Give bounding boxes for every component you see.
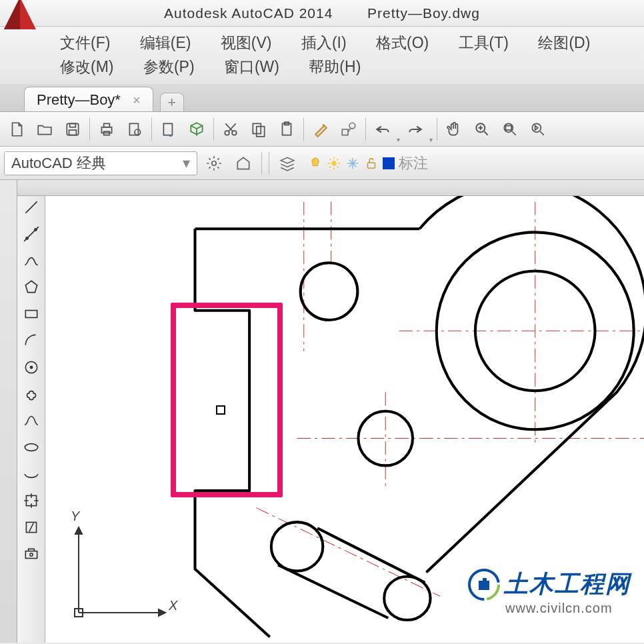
layer-dropdown[interactable]: 标注 [304, 151, 428, 175]
ellipse-arc-tool-icon[interactable] [20, 463, 43, 485]
new-icon[interactable] [4, 117, 29, 142]
menu-view[interactable]: 视图(V) [221, 31, 272, 55]
make-block-tool-icon[interactable] [20, 516, 43, 539]
menu-edit[interactable]: 编辑(E) [140, 31, 191, 55]
menu-bar: 文件(F) 编辑(E) 视图(V) 插入(I) 格式(O) 工具(T) 绘图(D… [0, 27, 644, 84]
svg-point-29 [25, 444, 38, 451]
tab-add-button[interactable]: + [160, 93, 184, 111]
watermark: 土木工程网 www.civilcn.com [468, 568, 631, 616]
svg-point-7 [135, 129, 141, 135]
undo-dropdown-icon[interactable]: ▾ [397, 136, 400, 146]
arc-tool-icon[interactable] [20, 329, 43, 352]
drawing-area: Y X 土木工程网 www.civilcn.com [0, 180, 644, 643]
line-tool-icon[interactable] [20, 196, 43, 219]
workspace-dropdown[interactable]: AutoCAD 经典 [4, 151, 197, 175]
layer-current-name: 标注 [399, 153, 428, 173]
cursor-pickbox [216, 405, 225, 415]
menu-window[interactable]: 窗口(W) [224, 55, 279, 79]
ellipse-tool-icon[interactable] [20, 436, 43, 459]
watermark-logo-icon [468, 569, 500, 601]
workspace-settings-icon[interactable] [201, 151, 227, 176]
menu-help[interactable]: 帮助(H) [309, 55, 361, 79]
menu-parametric[interactable]: 参数(P) [143, 55, 195, 79]
menu-row-2: 修改(M) 参数(P) 窗口(W) 帮助(H) [60, 55, 644, 79]
zoom-realtime-icon[interactable] [469, 117, 495, 142]
print-icon[interactable] [94, 117, 119, 142]
svg-point-22 [331, 161, 336, 165]
svg-rect-1 [70, 123, 76, 127]
undo-icon[interactable] [370, 117, 395, 142]
zoom-window-icon[interactable] [497, 117, 523, 142]
workspace-my-icon[interactable] [231, 151, 256, 176]
standard-toolbar: ▾ ▾ [0, 112, 644, 147]
layer-properties-icon[interactable] [275, 151, 300, 176]
svg-rect-19 [506, 125, 512, 130]
svg-point-28 [30, 366, 32, 368]
document-tab-active[interactable]: Pretty—Boy* × [24, 87, 153, 111]
menu-modify[interactable]: 修改(M) [60, 55, 113, 79]
redo-icon[interactable] [403, 117, 428, 142]
svg-rect-8 [163, 123, 172, 135]
app-logo [0, 0, 40, 27]
watermark-title: 土木工程网 [504, 568, 631, 601]
point-tool-icon[interactable] [20, 543, 43, 565]
pan-icon[interactable] [441, 117, 467, 142]
freeze-icon [345, 156, 360, 171]
3d-dwf-icon[interactable] [184, 117, 209, 142]
circle-tool-icon[interactable] [20, 356, 43, 379]
svg-rect-26 [25, 311, 37, 318]
match-properties-icon[interactable] [308, 117, 333, 142]
watermark-url: www.civilcn.com [468, 601, 631, 616]
menu-draw[interactable]: 绘图(D) [538, 31, 590, 55]
menu-row-1: 文件(F) 编辑(E) 视图(V) 插入(I) 格式(O) 工具(T) 绘图(D… [60, 31, 644, 55]
revcloud-tool-icon[interactable] [20, 383, 43, 405]
rectangle-tool-icon[interactable] [20, 303, 43, 325]
ruler-horizontal [17, 180, 644, 196]
workspace-selected: AutoCAD 经典 [11, 153, 106, 173]
svg-point-20 [532, 123, 541, 132]
cut-icon[interactable] [218, 117, 243, 142]
copy-icon[interactable] [246, 117, 271, 142]
lock-open-icon [364, 156, 379, 171]
title-bar: Autodesk AutoCAD 2014 Pretty—Boy.dwg [0, 0, 644, 27]
ucs-x-label: X [169, 598, 177, 613]
svg-point-43 [301, 263, 358, 320]
svg-point-45 [271, 522, 323, 571]
spline-tool-icon[interactable] [20, 409, 43, 432]
menu-format[interactable]: 格式(O) [376, 31, 429, 55]
file-name: Pretty—Boy.dwg [367, 5, 480, 21]
redo-dropdown-icon[interactable]: ▾ [429, 136, 433, 146]
menu-insert[interactable]: 插入(I) [301, 31, 347, 55]
open-icon[interactable] [32, 117, 57, 142]
svg-rect-4 [104, 123, 110, 127]
insert-block-tool-icon[interactable] [20, 489, 43, 512]
svg-line-40 [256, 508, 440, 597]
app-name: Autodesk AutoCAD 2014 [164, 5, 333, 21]
selection-highlight-box [171, 303, 283, 497]
svg-rect-15 [342, 129, 348, 135]
bulb-on-icon [308, 156, 323, 171]
svg-marker-51 [75, 527, 82, 534]
publish-icon[interactable] [156, 117, 181, 142]
svg-rect-2 [69, 130, 77, 135]
window-title: Autodesk AutoCAD 2014 Pretty—Boy.dwg [40, 5, 644, 21]
svg-rect-32 [25, 551, 37, 559]
workspace-layer-toolbar: AutoCAD 经典 标注 [0, 147, 644, 180]
zoom-previous-icon[interactable] [525, 117, 551, 142]
layer-color-swatch [383, 157, 395, 169]
tab-close-icon[interactable]: × [133, 93, 141, 108]
menu-file[interactable]: 文件(F) [60, 31, 110, 55]
save-icon[interactable] [60, 117, 85, 142]
xline-tool-icon[interactable] [20, 223, 43, 245]
polygon-tool-icon[interactable] [20, 276, 43, 299]
tab-strip: Pretty—Boy* × + [0, 84, 644, 112]
menu-tools[interactable]: 工具(T) [459, 31, 509, 55]
print-preview-icon[interactable] [122, 117, 147, 142]
model-space[interactable]: Y X 土木工程网 www.civilcn.com [45, 196, 644, 643]
svg-marker-50 [159, 609, 165, 616]
draw-toolbar [17, 180, 45, 643]
paste-icon[interactable] [274, 117, 299, 142]
block-editor-icon[interactable] [336, 117, 361, 142]
ucs-icon: Y X [65, 513, 179, 629]
polyline-tool-icon[interactable] [20, 249, 43, 272]
